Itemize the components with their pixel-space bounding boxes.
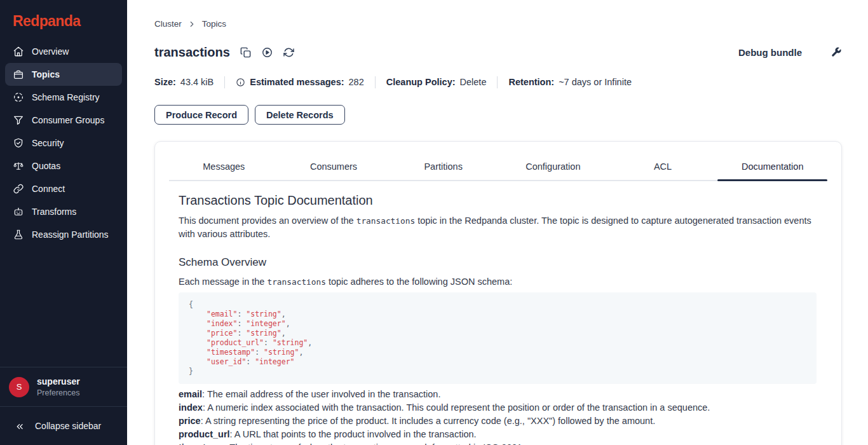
stat-estimated-messages: Estimated messages: 282 bbox=[236, 77, 364, 87]
redpanda-logo: Redpanda bbox=[0, 0, 127, 30]
field-row: timestamp: The timestamp of when the tra… bbox=[179, 441, 817, 445]
user-profile[interactable]: S superuser Preferences bbox=[0, 367, 127, 406]
field-row: product_url: A URL that points to the pr… bbox=[179, 428, 817, 441]
avatar: S bbox=[9, 377, 29, 397]
inline-code: transactions bbox=[356, 216, 415, 226]
doc-title: Transactions Topic Documentation bbox=[179, 191, 817, 209]
divider bbox=[224, 76, 225, 88]
tabs-bar: Messages Consumers Partitions Configurat… bbox=[169, 154, 827, 181]
stat-retention: Retention: ~7 days or Infinite bbox=[508, 77, 632, 87]
tab-partitions[interactable]: Partitions bbox=[388, 154, 498, 180]
chevrons-left-icon bbox=[14, 421, 25, 432]
main-content: Cluster Topics transactions Debug bundle… bbox=[127, 19, 868, 445]
sidebar-item-label: Quotas bbox=[32, 161, 60, 171]
title-row: transactions Debug bundle bbox=[154, 44, 842, 60]
sidebar-item-label: Overview bbox=[32, 46, 69, 57]
collapse-sidebar-label: Collapse sidebar bbox=[35, 421, 101, 431]
debug-bundle-link[interactable]: Debug bundle bbox=[738, 47, 802, 58]
field-descriptions: email: The email address of the user inv… bbox=[179, 388, 817, 445]
sidebar: Redpanda Overview Topics Schema Registry… bbox=[0, 0, 127, 445]
schema-overview-heading: Schema Overview bbox=[179, 255, 817, 270]
stat-cleanup-policy: Cleanup Policy: Delete bbox=[386, 77, 487, 87]
sidebar-item-transforms[interactable]: Transforms bbox=[5, 200, 122, 223]
field-row: index: A numeric index associated with t… bbox=[179, 401, 817, 414]
sidebar-item-label: Reassign Partitions bbox=[32, 229, 109, 240]
topic-detail-card: Messages Consumers Partitions Configurat… bbox=[154, 141, 842, 445]
wrench-icon[interactable] bbox=[831, 46, 842, 58]
sidebar-item-reassign-partitions[interactable]: Reassign Partitions bbox=[5, 223, 122, 246]
info-icon[interactable] bbox=[236, 78, 245, 87]
json-schema-code-block: { "email": "string", "index": "integer",… bbox=[179, 292, 817, 384]
link-icon bbox=[13, 183, 24, 195]
sidebar-item-label: Connect bbox=[32, 184, 65, 194]
delete-records-button[interactable]: Delete Records bbox=[255, 105, 345, 125]
stat-size: Size: 43.4 kiB bbox=[154, 77, 214, 87]
divider bbox=[497, 76, 498, 88]
sidebar-item-quotas[interactable]: Quotas bbox=[5, 154, 122, 177]
action-buttons: Produce Record Delete Records bbox=[154, 105, 842, 125]
sidebar-item-label: Consumer Groups bbox=[32, 115, 104, 125]
breadcrumb-topics[interactable]: Topics bbox=[202, 19, 226, 29]
field-row: price: A string representing the price o… bbox=[179, 414, 817, 428]
tab-messages[interactable]: Messages bbox=[169, 154, 279, 180]
inline-code: transactions bbox=[267, 277, 325, 287]
sidebar-item-label: Security bbox=[32, 138, 64, 148]
schema-intro: Each message in the transactions topic a… bbox=[179, 275, 817, 289]
home-icon bbox=[13, 46, 24, 57]
flask-icon bbox=[13, 229, 24, 240]
topic-stats: Size: 43.4 kiB Estimated messages: 282 C… bbox=[154, 76, 842, 88]
field-row: email: The email address of the user inv… bbox=[179, 388, 817, 401]
sidebar-item-security[interactable]: Security bbox=[5, 132, 122, 154]
doc-intro: This document provides an overview of th… bbox=[179, 214, 817, 241]
sidebar-item-topics[interactable]: Topics bbox=[5, 63, 122, 86]
user-name: superuser bbox=[37, 376, 80, 387]
tab-documentation[interactable]: Documentation bbox=[717, 154, 827, 180]
chevron-right-icon bbox=[187, 20, 196, 29]
copy-icon[interactable] bbox=[240, 46, 252, 58]
funnel-icon bbox=[13, 114, 24, 126]
produce-record-button[interactable]: Produce Record bbox=[154, 105, 248, 125]
robot-icon bbox=[13, 206, 24, 217]
sidebar-nav: Overview Topics Schema Registry Consumer… bbox=[0, 30, 127, 246]
breadcrumb-cluster[interactable]: Cluster bbox=[154, 19, 182, 29]
tab-consumers[interactable]: Consumers bbox=[279, 154, 389, 180]
tab-configuration[interactable]: Configuration bbox=[498, 154, 608, 180]
topics-box-icon bbox=[13, 69, 24, 80]
sidebar-item-label: Transforms bbox=[32, 207, 76, 217]
tab-acl[interactable]: ACL bbox=[608, 154, 718, 180]
collapse-sidebar-button[interactable]: Collapse sidebar bbox=[0, 407, 127, 445]
shield-check-icon bbox=[13, 137, 24, 149]
sidebar-item-label: Topics bbox=[32, 69, 60, 79]
sidebar-item-schema-registry[interactable]: Schema Registry bbox=[5, 86, 122, 109]
sidebar-footer: S superuser Preferences Collapse sidebar bbox=[0, 367, 127, 445]
play-circle-icon[interactable] bbox=[261, 46, 273, 58]
preferences-link[interactable]: Preferences bbox=[37, 388, 80, 397]
schema-registry-icon bbox=[13, 92, 24, 103]
scales-icon bbox=[13, 160, 24, 172]
page-title: transactions bbox=[154, 45, 230, 60]
sidebar-item-label: Schema Registry bbox=[32, 92, 100, 102]
refresh-icon[interactable] bbox=[283, 46, 295, 58]
documentation-panel: Transactions Topic Documentation This do… bbox=[155, 181, 841, 445]
breadcrumb: Cluster Topics bbox=[154, 19, 842, 29]
sidebar-item-connect[interactable]: Connect bbox=[5, 177, 122, 200]
sidebar-item-overview[interactable]: Overview bbox=[5, 40, 122, 63]
sidebar-item-consumer-groups[interactable]: Consumer Groups bbox=[5, 109, 122, 132]
divider bbox=[375, 76, 376, 88]
